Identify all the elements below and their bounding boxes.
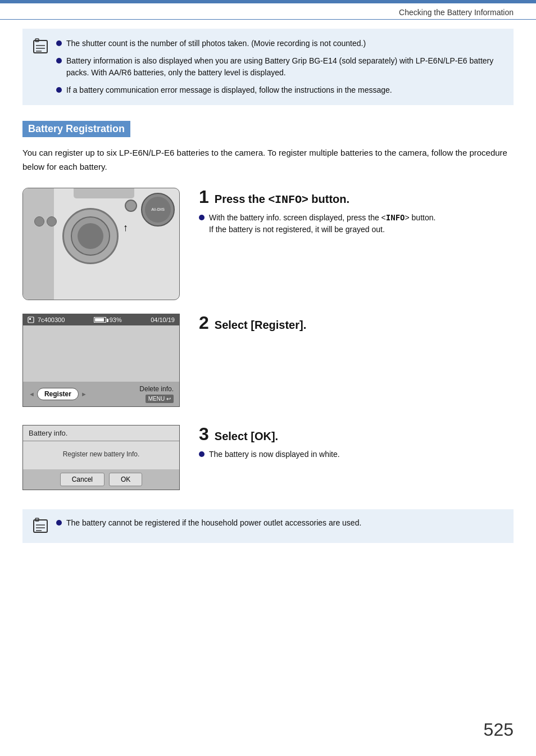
- bottom-note-box: The battery cannot be registered if the …: [22, 509, 514, 543]
- step-2-diagram: 7c400300 93% 04/10/19 ◄ Register: [22, 314, 185, 411]
- title-bar: Checking the Battery Information: [0, 3, 536, 20]
- delete-button[interactable]: Delete info.: [139, 385, 174, 393]
- step-3-bullet-1: The battery is now displayed in white.: [199, 449, 514, 461]
- main-content: The shutter count is the number of still…: [0, 20, 536, 565]
- menu-back-icon: ↩: [166, 396, 171, 402]
- register-button-area: ◄ Register ►: [29, 388, 87, 400]
- page-title: Checking the Battery Information: [399, 8, 514, 17]
- step-1-bullet-1: With the battery info. screen displayed,…: [199, 212, 514, 236]
- bullet-dot: [199, 451, 205, 457]
- bottom-note-item-1: The battery cannot be registered if the …: [56, 517, 361, 529]
- bottom-note-items: The battery cannot be registered if the …: [56, 517, 361, 535]
- step-1-bullet-1-text: With the battery info. screen displayed,…: [209, 212, 435, 236]
- bullet-dot: [199, 215, 205, 220]
- intro-paragraph: You can register up to six LP-E6N/LP-E6 …: [22, 146, 514, 174]
- battery-screen-mockup: 7c400300 93% 04/10/19 ◄ Register: [22, 314, 180, 407]
- dialog-body-text: Register new battery Info.: [63, 450, 140, 458]
- footer-right: Delete info. MENU ↩: [139, 385, 174, 403]
- step-1-number-row: 1 Press the <INFO> button.: [199, 188, 514, 206]
- screen-icon: 7c400300: [28, 316, 65, 324]
- note-items-list: The shutter count is the number of still…: [56, 38, 502, 96]
- step-1-bullets: With the battery info. screen displayed,…: [199, 212, 514, 236]
- note-item-1-text: The shutter count is the number of still…: [66, 38, 366, 49]
- steps-container: AI-DIS: [22, 188, 514, 504]
- step-1-row: AI-DIS: [22, 188, 514, 300]
- step-3-row: Battery info. Register new battery Info.…: [22, 425, 514, 490]
- battery-dialog: Battery info. Register new battery Info.…: [22, 425, 180, 490]
- screen-footer: ◄ Register ► Delete info. MENU ↩: [23, 382, 179, 406]
- screen-body: [23, 325, 179, 382]
- step-2-number: 2: [199, 314, 209, 332]
- note-box: The shutter count is the number of still…: [22, 29, 514, 105]
- step-3-number: 3: [199, 425, 209, 443]
- note-item-1: The shutter count is the number of still…: [56, 38, 502, 49]
- dialog-title-bar: Battery info.: [23, 425, 179, 441]
- screen-battery-pct: 93%: [94, 316, 122, 323]
- note-icon: [31, 38, 49, 56]
- step-1-number: 1: [199, 188, 209, 206]
- step-3-diagram: Battery info. Register new battery Info.…: [22, 425, 185, 490]
- section-title-wrapper: Battery Registration: [22, 121, 514, 146]
- bottom-note-text: The battery cannot be registered if the …: [66, 517, 361, 529]
- note-item-3-text: If a battery communication error message…: [66, 84, 392, 96]
- svg-rect-6: [29, 318, 31, 320]
- register-button[interactable]: Register: [37, 388, 79, 400]
- info-text: INFO: [275, 193, 302, 206]
- bullet-dot: [56, 40, 62, 46]
- section-title: Battery Registration: [22, 121, 130, 137]
- note-item-2-text: Battery information is also displayed wh…: [66, 55, 502, 79]
- step-3-content: 3 Select [OK]. The battery is now displa…: [199, 425, 514, 463]
- screen-serial: 7c400300: [38, 316, 65, 323]
- page-number: 525: [484, 719, 514, 740]
- step-3-bullet-1-text: The battery is now displayed in white.: [209, 449, 340, 461]
- menu-button: MENU ↩: [146, 395, 174, 403]
- dialog-footer: Cancel OK: [23, 469, 179, 490]
- dialog-cancel-button[interactable]: Cancel: [60, 473, 105, 486]
- dialog-title-text: Battery info.: [29, 429, 67, 437]
- step-2-title: Select [Register].: [215, 319, 306, 332]
- bullet-dot: [56, 58, 62, 64]
- step-1-title: Press the <INFO> button.: [215, 193, 349, 206]
- screen-topbar: 7c400300 93% 04/10/19: [23, 314, 179, 325]
- step-2-number-row: 2 Select [Register].: [199, 314, 514, 332]
- bottom-note-icon: [31, 517, 49, 535]
- bullet-dot: [56, 520, 62, 526]
- dialog-body: Register new battery Info.: [23, 441, 179, 469]
- note-item-2: Battery information is also displayed wh…: [56, 55, 502, 79]
- battery-icon: [94, 317, 106, 323]
- step-3-bullets: The battery is now displayed in white.: [199, 449, 514, 461]
- step-3-number-row: 3 Select [OK].: [199, 425, 514, 443]
- step-3-title: Select [OK].: [215, 430, 278, 443]
- step-1-content: 1 Press the <INFO> button. With the batt…: [199, 188, 514, 238]
- step-2-row: 7c400300 93% 04/10/19 ◄ Register: [22, 314, 514, 411]
- bullet-dot: [56, 87, 62, 93]
- step-2-content: 2 Select [Register].: [199, 314, 514, 337]
- screen-date: 04/10/19: [151, 316, 175, 323]
- step-1-diagram: AI-DIS: [22, 188, 185, 300]
- dialog-ok-button[interactable]: OK: [109, 473, 142, 486]
- note-item-3: If a battery communication error message…: [56, 84, 502, 96]
